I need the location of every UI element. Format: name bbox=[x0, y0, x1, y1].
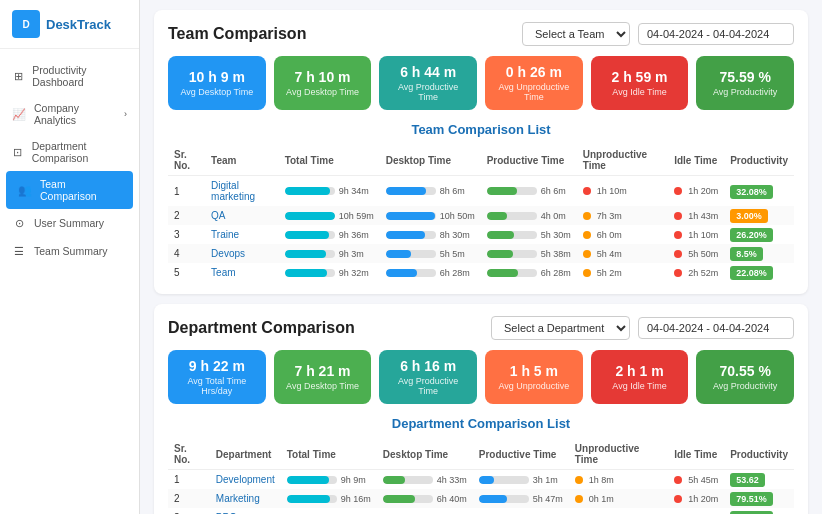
total-time: 9h 34m bbox=[279, 176, 380, 207]
productive-time: 3h 1m bbox=[473, 470, 569, 490]
sidebar-item-team[interactable]: 👥 Team Comparison bbox=[6, 171, 133, 209]
dept-stat-total-value: 9 h 22 m bbox=[189, 358, 245, 374]
team-comparison-title: Team Comparison bbox=[168, 25, 306, 43]
team-stat-productive-value: 6 h 44 m bbox=[400, 64, 456, 80]
desktop-time: 10h 50m bbox=[380, 206, 481, 225]
productivity-badge: 3.00% bbox=[724, 206, 794, 225]
th-dept: Department bbox=[210, 439, 281, 470]
team-stat-idle-value: 2 h 59 m bbox=[612, 69, 668, 85]
dept-stat-productivity: 70.55 % Avg Productivity bbox=[696, 350, 794, 404]
idle-time: 2h 52m bbox=[668, 263, 724, 282]
team-stat-desktop2: 7 h 10 m Avg Desktop Time bbox=[274, 56, 372, 110]
table-row: 1 Development 9h 9m 4h 33m 3h 1m 1h 8m 5… bbox=[168, 470, 794, 490]
team-name[interactable]: Traine bbox=[205, 225, 279, 244]
sidebar-item-company[interactable]: 📈 Company Analytics › bbox=[0, 95, 139, 133]
team-icon: 👥 bbox=[18, 183, 32, 197]
desktop-time: 6h 40m bbox=[377, 489, 473, 508]
sidebar-item-user-summary[interactable]: ⊙ User Summary bbox=[0, 209, 139, 237]
sidebar-label-company: Company Analytics bbox=[34, 102, 116, 126]
th-desktop-team: Desktop Time bbox=[380, 145, 481, 176]
desktop-time: 6h 28m bbox=[380, 263, 481, 282]
dept-stat-cards: 9 h 22 m Avg Total Time Hrs/day 7 h 21 m… bbox=[168, 350, 794, 404]
dept-name[interactable]: Development bbox=[210, 470, 281, 490]
team-name[interactable]: Team bbox=[205, 263, 279, 282]
sr-no: 2 bbox=[168, 206, 205, 225]
productivity-badge: 53.62 bbox=[724, 470, 794, 490]
team-stat-unproductive: 0 h 26 m Avg Unproductive Time bbox=[485, 56, 583, 110]
sidebar-label-user-summary: User Summary bbox=[34, 217, 104, 229]
productivity-badge: 79.51% bbox=[724, 489, 794, 508]
th-srno-dept: Sr. No. bbox=[168, 439, 210, 470]
dept-stat-idle-label: Avg Idle Time bbox=[612, 381, 666, 391]
productivity-icon: ⊞ bbox=[12, 69, 24, 83]
dept-comparison-title: Department Comparison bbox=[168, 319, 355, 337]
th-productivity-dept: Productivity bbox=[724, 439, 794, 470]
productive-time: 4h 0m bbox=[481, 206, 577, 225]
sr-no: 3 bbox=[168, 225, 205, 244]
productive-time: 4h 35m bbox=[473, 508, 569, 514]
productive-time: 5h 47m bbox=[473, 489, 569, 508]
th-productive-dept: Productive Time bbox=[473, 439, 569, 470]
productive-time: 6h 28m bbox=[481, 263, 577, 282]
team-header-controls: Select a Team bbox=[522, 22, 794, 46]
sr-no: 4 bbox=[168, 244, 205, 263]
total-time: 9h 32m bbox=[279, 263, 380, 282]
unproductive-time: 5h 2m bbox=[577, 263, 668, 282]
team-list-title: Team Comparison List bbox=[168, 122, 794, 137]
dept-list-title: Department Comparison List bbox=[168, 416, 794, 431]
team-name[interactable]: Devops bbox=[205, 244, 279, 263]
team-stat-desktop2-value: 7 h 10 m bbox=[294, 69, 350, 85]
team-stat-productivity-value: 75.59 % bbox=[720, 69, 771, 85]
dept-select-dropdown[interactable]: Select a Department bbox=[491, 316, 630, 340]
team-comparison-section: Team Comparison Select a Team 10 h 9 m A… bbox=[154, 10, 808, 294]
dept-name[interactable]: BPO bbox=[210, 508, 281, 514]
dept-name[interactable]: Marketing bbox=[210, 489, 281, 508]
logo-text: DeskTrack bbox=[46, 17, 111, 32]
unproductive-time: 0h 1m bbox=[569, 489, 668, 508]
dept-stat-unproductive-label: Avg Unproductive bbox=[498, 381, 569, 391]
th-total-team: Total Time bbox=[279, 145, 380, 176]
team-comparison-table: Sr. No. Team Total Time Desktop Time Pro… bbox=[168, 145, 794, 282]
sidebar-item-productivity[interactable]: ⊞ Productivity Dashboard bbox=[0, 57, 139, 95]
th-total-dept: Total Time bbox=[281, 439, 377, 470]
sidebar-item-department[interactable]: ⊡ Department Comparison bbox=[0, 133, 139, 171]
team-stat-productivity: 75.59 % Avg Productivity bbox=[696, 56, 794, 110]
dept-stat-productive: 6 h 16 m Avg Productive Time bbox=[379, 350, 477, 404]
main-content: Team Comparison Select a Team 10 h 9 m A… bbox=[140, 0, 822, 514]
desktop-time: 4h 33m bbox=[377, 470, 473, 490]
dept-stat-desktop-value: 7 h 21 m bbox=[294, 363, 350, 379]
team-name[interactable]: Digital marketing bbox=[205, 176, 279, 207]
table-row: 2 Marketing 9h 16m 6h 40m 5h 47m 0h 1m 1… bbox=[168, 489, 794, 508]
th-idle-team: Idle Time bbox=[668, 145, 724, 176]
total-time: 9h 9m bbox=[281, 470, 377, 490]
dept-stat-total-label: Avg Total Time Hrs/day bbox=[178, 376, 256, 396]
table-row: 3 BPO 9h 52m 4h 33m 4h 35m 0h 3m 2h 47m … bbox=[168, 508, 794, 514]
idle-time: 1h 43m bbox=[668, 206, 724, 225]
sidebar-item-team-summary[interactable]: ☰ Team Summary bbox=[0, 237, 139, 265]
team-select-dropdown[interactable]: Select a Team bbox=[522, 22, 630, 46]
dept-date-range[interactable] bbox=[638, 317, 794, 339]
team-stat-idle: 2 h 59 m Avg Idle Time bbox=[591, 56, 689, 110]
logo-area: D DeskTrack bbox=[0, 0, 139, 49]
sidebar-label-department: Department Comparison bbox=[32, 140, 127, 164]
total-time: 9h 36m bbox=[279, 225, 380, 244]
dept-stat-unproductive-value: 1 h 5 m bbox=[510, 363, 558, 379]
dept-stat-productive-label: Avg Productive Time bbox=[389, 376, 467, 396]
total-time: 9h 52m bbox=[281, 508, 377, 514]
unproductive-time: 7h 3m bbox=[577, 206, 668, 225]
table-row: 1 Digital marketing 9h 34m 8h 6m 6h 6m 1… bbox=[168, 176, 794, 207]
total-time: 9h 16m bbox=[281, 489, 377, 508]
team-date-range[interactable] bbox=[638, 23, 794, 45]
dept-section-header: Department Comparison Select a Departmen… bbox=[168, 316, 794, 340]
productivity-badge: 8.5% bbox=[724, 244, 794, 263]
user-summary-icon: ⊙ bbox=[12, 216, 26, 230]
sr-no: 3 bbox=[168, 508, 210, 514]
dept-stat-productivity-label: Avg Productivity bbox=[713, 381, 777, 391]
th-srno-team: Sr. No. bbox=[168, 145, 205, 176]
idle-time: 5h 45m bbox=[668, 470, 724, 490]
desktop-time: 8h 6m bbox=[380, 176, 481, 207]
team-name[interactable]: QA bbox=[205, 206, 279, 225]
unproductive-time: 6h 0m bbox=[577, 225, 668, 244]
th-unproductive-team: Unproductive Time bbox=[577, 145, 668, 176]
productivity-badge: 32.08% bbox=[724, 176, 794, 207]
